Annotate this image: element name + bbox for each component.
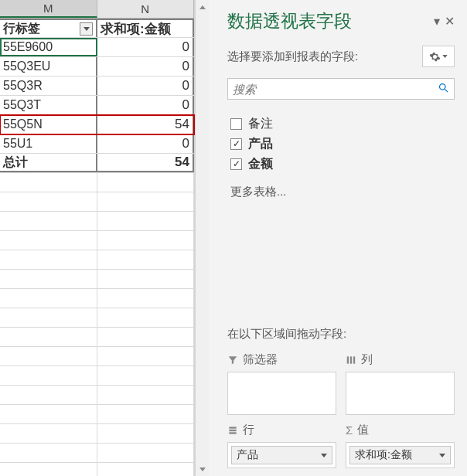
field-item[interactable]: 备注: [230, 114, 455, 134]
table-row[interactable]: 55Q3T 0: [0, 96, 194, 115]
panel-subtitle: 选择要添加到报表的字段:: [227, 49, 358, 64]
svg-rect-7: [229, 432, 236, 434]
settings-button[interactable]: [422, 46, 455, 67]
cell-value[interactable]: 0: [97, 76, 194, 95]
vertical-scrollbar[interactable]: [195, 0, 209, 476]
close-icon[interactable]: ✕: [445, 14, 455, 29]
scroll-down-icon[interactable]: [196, 462, 210, 476]
field-label: 产品: [248, 136, 273, 152]
panel-title: 数据透视表字段: [227, 9, 352, 33]
column-headers: M N: [0, 0, 194, 19]
columns-drop-zone[interactable]: [346, 372, 455, 415]
rows-drop-zone[interactable]: 产品: [227, 442, 336, 468]
table-row[interactable]: 55Q3EU 0: [0, 57, 194, 76]
area-title-text: 行: [243, 423, 254, 437]
cell-value[interactable]: 0: [97, 96, 194, 114]
chevron-down-icon: [442, 55, 448, 58]
sigma-icon: Σ: [346, 423, 353, 437]
checkbox-unchecked[interactable]: [230, 118, 242, 130]
areas-label: 在以下区域间拖动字段:: [227, 327, 455, 342]
filter-icon: [227, 355, 238, 366]
svg-rect-2: [347, 356, 349, 363]
gear-icon: [429, 51, 441, 63]
area-title-text: 值: [357, 423, 369, 437]
field-list: 备注 ✓ 产品 ✓ 金额: [230, 114, 455, 174]
row-labels-header[interactable]: 行标签: [0, 19, 97, 37]
chevron-down-icon: [321, 454, 327, 457]
cell-value[interactable]: 0: [97, 38, 194, 56]
table-row[interactable]: 55U1 0: [0, 134, 194, 154]
chip-label: 求和项:金额: [355, 448, 412, 462]
svg-rect-5: [229, 427, 236, 428]
search-box[interactable]: [227, 78, 455, 100]
total-label: 总计: [0, 154, 97, 172]
filter-dropdown-button[interactable]: [80, 22, 93, 36]
columns-icon: [346, 355, 356, 366]
svg-rect-3: [350, 356, 352, 363]
svg-point-0: [440, 83, 446, 90]
cell-label[interactable]: 55U1: [0, 134, 97, 153]
field-item[interactable]: ✓ 金额: [230, 154, 455, 174]
checkbox-checked[interactable]: ✓: [230, 138, 242, 150]
field-label: 备注: [248, 116, 273, 132]
table-row-highlighted[interactable]: 55Q5N 54: [0, 115, 194, 134]
svg-rect-6: [229, 429, 236, 430]
panel-dropdown-icon[interactable]: ▾: [434, 14, 440, 29]
area-title-text: 筛选器: [243, 352, 278, 367]
svg-line-1: [445, 89, 448, 92]
field-chip[interactable]: 产品: [231, 446, 332, 464]
cell-label[interactable]: 55Q3T: [0, 96, 97, 114]
cell-label[interactable]: 55Q5N: [0, 115, 97, 134]
filter-area: 筛选器: [227, 352, 336, 415]
rows-area: 行 产品: [227, 423, 336, 468]
more-tables-link[interactable]: 更多表格...: [230, 185, 455, 199]
pivot-header-row: 行标签 求和项:金额: [0, 19, 194, 38]
rows-icon: [227, 425, 238, 436]
col-header-m[interactable]: M: [0, 0, 97, 18]
filter-drop-zone[interactable]: [227, 372, 336, 415]
field-item[interactable]: ✓ 产品: [230, 134, 455, 154]
row-labels-text: 行标签: [3, 21, 40, 37]
cell-label[interactable]: 55Q3EU: [0, 57, 97, 76]
cell-label[interactable]: 55Q3R: [0, 76, 97, 95]
cell-value[interactable]: 0: [97, 57, 194, 76]
values-drop-zone[interactable]: 求和项:金额: [346, 442, 455, 468]
search-icon[interactable]: [438, 82, 449, 97]
table-row[interactable]: 55Q3R 0: [0, 76, 194, 96]
svg-rect-4: [353, 356, 355, 363]
chevron-down-icon: [84, 27, 90, 31]
pivot-fields-panel: 数据透视表字段 ▾ ✕ 选择要添加到报表的字段: 备注 ✓ 产品 ✓ 金额: [209, 0, 467, 476]
spreadsheet: M N 行标签 求和项:金额 55E9600 0 55Q3EU 0: [0, 0, 195, 476]
search-input[interactable]: [233, 83, 438, 96]
field-chip[interactable]: 求和项:金额: [349, 446, 451, 464]
cell-value[interactable]: 54: [97, 115, 194, 134]
total-row[interactable]: 总计 54: [0, 154, 194, 173]
scroll-up-icon[interactable]: [196, 0, 210, 14]
table-row[interactable]: 55E9600 0: [0, 38, 194, 57]
values-area: Σ 值 求和项:金额: [346, 423, 455, 468]
cell-label[interactable]: 55E9600: [0, 38, 97, 56]
sum-header[interactable]: 求和项:金额: [97, 19, 194, 37]
chevron-down-icon: [439, 454, 445, 457]
field-label: 金额: [248, 156, 273, 172]
columns-area: 列: [346, 352, 455, 415]
checkbox-checked[interactable]: ✓: [230, 158, 242, 170]
total-value: 54: [97, 154, 194, 172]
cell-value[interactable]: 0: [97, 134, 194, 153]
col-header-n[interactable]: N: [97, 0, 195, 18]
area-title-text: 列: [361, 352, 373, 367]
chip-label: 产品: [237, 448, 258, 462]
